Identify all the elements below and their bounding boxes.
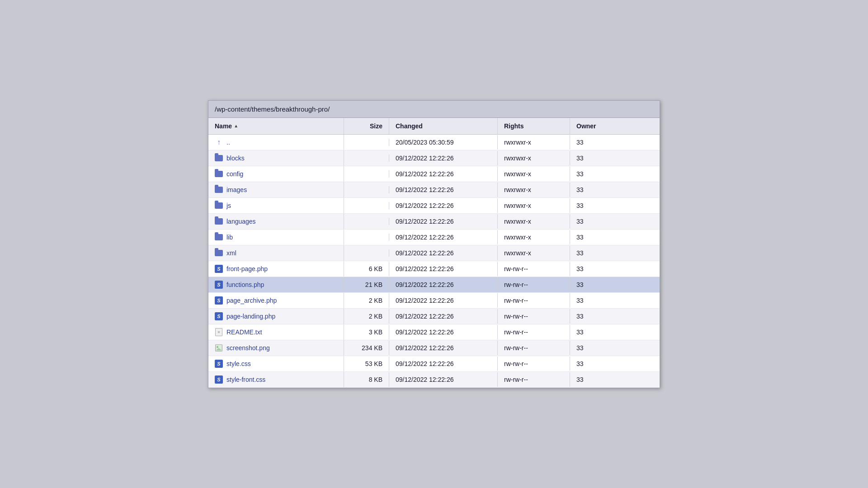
rights-cell: rwxrwxr-x <box>498 135 570 150</box>
path-bar: /wp-content/themes/breakthrough-pro/ <box>208 101 660 118</box>
file-name-text: screenshot.png <box>226 344 270 352</box>
name-cell: lib <box>208 230 344 245</box>
svg-point-1 <box>217 346 218 348</box>
table-row[interactable]: images09/12/2022 12:22:26rwxrwxr-x33 <box>208 182 660 198</box>
file-name-text: xml <box>226 249 236 257</box>
size-cell: 21 KB <box>344 277 389 292</box>
changed-cell: 09/12/2022 12:22:26 <box>389 357 498 371</box>
folder-icon <box>215 186 223 194</box>
file-name-text: languages <box>226 218 256 225</box>
file-name-text: functions.php <box>226 281 264 288</box>
name-cell: xml <box>208 245 344 261</box>
owner-cell: 33 <box>570 230 615 244</box>
changed-cell: 09/12/2022 12:22:26 <box>389 214 498 229</box>
size-cell <box>344 155 389 162</box>
table-row[interactable]: ↑..20/05/2023 05:30:59rwxrwxr-x33 <box>208 135 660 150</box>
file-name-text: style.css <box>226 360 251 367</box>
name-cell: Spage_archive.php <box>208 293 344 308</box>
rows-container: ↑..20/05/2023 05:30:59rwxrwxr-x33blocks0… <box>208 135 660 388</box>
folder-icon <box>215 170 223 178</box>
size-cell: 8 KB <box>344 372 389 387</box>
txt-file-icon <box>215 328 223 336</box>
size-cell <box>344 202 389 209</box>
table-row[interactable]: js09/12/2022 12:22:26rwxrwxr-x33 <box>208 198 660 214</box>
size-cell: 234 KB <box>344 341 389 355</box>
rights-cell: rw-rw-r-- <box>498 309 570 324</box>
rights-cell: rw-rw-r-- <box>498 262 570 276</box>
rights-cell: rwxrwxr-x <box>498 183 570 197</box>
col-header-changed[interactable]: Changed <box>389 118 498 134</box>
php-file-icon: S <box>215 296 223 305</box>
size-cell: 6 KB <box>344 262 389 276</box>
rights-cell: rw-rw-r-- <box>498 341 570 355</box>
file-name-text: front-page.php <box>226 265 268 272</box>
owner-cell: 33 <box>570 135 615 150</box>
owner-cell: 33 <box>570 183 615 197</box>
col-header-size[interactable]: Size <box>344 118 389 134</box>
php-file-icon: S <box>215 360 223 368</box>
table-header: Name ▲ Size Changed Rights Owner <box>208 118 660 135</box>
table-row[interactable]: Sstyle.css53 KB09/12/2022 12:22:26rw-rw-… <box>208 356 660 372</box>
file-name-text: js <box>226 202 231 209</box>
changed-cell: 09/12/2022 12:22:26 <box>389 230 498 244</box>
table-row[interactable]: screenshot.png234 KB09/12/2022 12:22:26r… <box>208 340 660 356</box>
table-row[interactable]: xml09/12/2022 12:22:26rwxrwxr-x33 <box>208 245 660 261</box>
rights-cell: rwxrwxr-x <box>498 230 570 244</box>
changed-cell: 09/12/2022 12:22:26 <box>389 151 498 165</box>
folder-icon <box>215 217 223 225</box>
size-cell <box>344 170 389 178</box>
table-row[interactable]: config09/12/2022 12:22:26rwxrwxr-x33 <box>208 166 660 182</box>
table-row[interactable]: Sfront-page.php6 KB09/12/2022 12:22:26rw… <box>208 261 660 277</box>
changed-cell: 09/12/2022 12:22:26 <box>389 167 498 181</box>
img-file-icon <box>215 344 223 352</box>
table-row[interactable]: README.txt3 KB09/12/2022 12:22:26rw-rw-r… <box>208 324 660 340</box>
size-cell: 3 KB <box>344 325 389 339</box>
folder-icon <box>215 233 223 241</box>
changed-cell: 09/12/2022 12:22:26 <box>389 341 498 355</box>
col-header-owner[interactable]: Owner <box>570 118 615 134</box>
folder-icon <box>215 249 223 257</box>
owner-cell: 33 <box>570 357 615 371</box>
rights-cell: rwxrwxr-x <box>498 151 570 165</box>
size-cell <box>344 186 389 193</box>
folder-icon <box>215 202 223 210</box>
table-row[interactable]: lib09/12/2022 12:22:26rwxrwxr-x33 <box>208 230 660 245</box>
name-cell: README.txt <box>208 324 344 340</box>
name-cell: Sfunctions.php <box>208 277 344 292</box>
owner-cell: 33 <box>570 341 615 355</box>
owner-cell: 33 <box>570 309 615 324</box>
name-cell: Sstyle.css <box>208 356 344 371</box>
name-cell: config <box>208 166 344 182</box>
table-row[interactable]: Sfunctions.php21 KB09/12/2022 12:22:26rw… <box>208 277 660 293</box>
rights-cell: rw-rw-r-- <box>498 325 570 339</box>
owner-cell: 33 <box>570 198 615 213</box>
col-header-rights[interactable]: Rights <box>498 118 570 134</box>
file-name-text: README.txt <box>226 328 262 336</box>
changed-cell: 09/12/2022 12:22:26 <box>389 198 498 213</box>
file-manager: /wp-content/themes/breakthrough-pro/ Nam… <box>208 100 660 388</box>
name-cell: Sstyle-front.css <box>208 372 344 387</box>
table-row[interactable]: languages09/12/2022 12:22:26rwxrwxr-x33 <box>208 214 660 230</box>
name-cell: js <box>208 198 344 213</box>
name-cell: ↑.. <box>208 135 344 150</box>
name-cell: blocks <box>208 150 344 166</box>
table-row[interactable]: Spage_archive.php2 KB09/12/2022 12:22:26… <box>208 293 660 309</box>
name-cell: Spage-landing.php <box>208 309 344 324</box>
table-row[interactable]: Sstyle-front.css8 KB09/12/2022 12:22:26r… <box>208 372 660 388</box>
col-header-name[interactable]: Name ▲ <box>208 118 344 134</box>
file-name-text: style-front.css <box>226 376 265 383</box>
rights-cell: rwxrwxr-x <box>498 214 570 229</box>
parent-icon: ↑ <box>215 138 223 146</box>
size-cell <box>344 139 389 146</box>
rights-cell: rwxrwxr-x <box>498 246 570 260</box>
folder-icon <box>215 154 223 162</box>
rights-cell: rw-rw-r-- <box>498 357 570 371</box>
table-row[interactable]: blocks09/12/2022 12:22:26rwxrwxr-x33 <box>208 150 660 166</box>
file-name-text: config <box>226 170 243 178</box>
changed-cell: 09/12/2022 12:22:26 <box>389 325 498 339</box>
owner-cell: 33 <box>570 167 615 181</box>
table-row[interactable]: Spage-landing.php2 KB09/12/2022 12:22:26… <box>208 309 660 324</box>
owner-cell: 33 <box>570 325 615 339</box>
php-file-icon: S <box>215 281 223 289</box>
changed-cell: 09/12/2022 12:22:26 <box>389 183 498 197</box>
